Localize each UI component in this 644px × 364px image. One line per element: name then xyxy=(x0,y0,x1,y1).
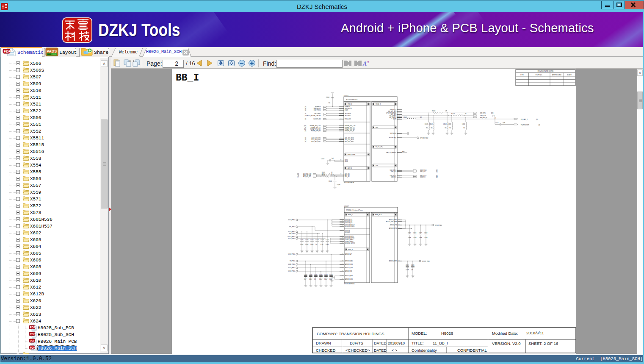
svg-text:AVDD18_MD: AVDD18_MD xyxy=(345,270,352,272)
svg-text:PSOURCE_P: PSOURCE_P xyxy=(389,137,396,139)
svg-text:VPFUSE_PMU: VPFUSE_PMU xyxy=(420,137,428,139)
svg-text:C1115: C1115 xyxy=(408,232,411,234)
svg-text:MODEL:: MODEL: xyxy=(412,331,427,336)
svg-text:P2: P2 xyxy=(398,224,400,225)
svg-text:FM_LANT_N: FM_LANT_N xyxy=(480,117,487,119)
svg-text:DJF/TS: DJF/TS xyxy=(350,341,363,345)
svg-text:TITLE:: TITLE: xyxy=(412,341,424,345)
svg-text:2018/9/11: 2018/9/11 xyxy=(526,331,544,335)
svg-text:R1106: R1106 xyxy=(451,113,455,114)
svg-text:100nF: 100nF xyxy=(424,237,428,239)
svg-text:SRCLKEN1: SRCLKEN1 xyxy=(345,115,351,117)
svg-text:PADS: PADS xyxy=(47,49,57,53)
svg-text:REF POWER: REF POWER xyxy=(348,154,356,156)
svg-text:[4]: [4] xyxy=(305,106,306,108)
svg-text:NC: NC xyxy=(426,127,428,129)
svg-text:100nF: 100nF xyxy=(310,244,314,245)
svg-text:SHEET: 2 OF 16: SHEET: 2 OF 16 xyxy=(528,341,558,346)
svg-text:Plus Test Pin: Plus Test Pin xyxy=(376,146,383,148)
svg-text:VM_PMU: VM_PMU xyxy=(290,260,295,262)
svg-text:A1: A1 xyxy=(340,107,342,108)
svg-text:A1: A1 xyxy=(340,114,342,115)
svg-text:BB_I: BB_I xyxy=(176,72,199,83)
svg-text:A: A xyxy=(362,61,367,67)
svg-text:100nF: 100nF xyxy=(309,278,312,280)
svg-text:NC: NC xyxy=(463,127,465,129)
svg-text:CONFIDENTIAL: CONFIDENTIAL xyxy=(457,348,487,353)
svg-text:1uF: 1uF xyxy=(332,158,334,159)
svg-text:VIO18_PMU: VIO18_PMU xyxy=(288,219,295,221)
svg-text:VIO18_PMU: VIO18_PMU xyxy=(288,238,295,239)
svg-text:[13]: [13] xyxy=(492,115,495,117)
svg-text:B1: B1 xyxy=(343,222,344,222)
svg-text:DATED: DATED xyxy=(374,341,387,345)
svg-text:220nF: 220nF xyxy=(305,244,309,245)
svg-text:Confidentiality: Confidentiality xyxy=(412,348,437,353)
svg-text:100nF: 100nF xyxy=(329,278,333,280)
svg-text:P2: P2 xyxy=(398,260,400,261)
svg-text:EINTX: EINTX xyxy=(345,109,348,111)
svg-text:100nF: 100nF xyxy=(324,278,328,280)
svg-text:AUX_IN0_NTC: AUX_IN0_NTC xyxy=(303,176,311,178)
svg-text:[3,6]: [3,6] xyxy=(304,128,306,130)
svg-text:B1: B1 xyxy=(343,242,344,243)
svg-text:[4]: [4] xyxy=(305,118,306,120)
svg-text:A9: A9 xyxy=(398,116,400,117)
svg-text:EINT_PROC: EINT_PROC xyxy=(314,109,321,111)
svg-text:VRCN_IF: VRCN_IF xyxy=(376,103,381,105)
svg-text:1uF: 1uF xyxy=(314,278,316,280)
svg-text:TESTMODE: TESTMODE xyxy=(390,133,396,134)
svg-text:B1: B1 xyxy=(343,267,344,267)
svg-text:PAD_TP_MERFUL: PAD_TP_MERFUL xyxy=(386,152,396,153)
svg-text:C1102: C1102 xyxy=(321,158,324,160)
svg-text:DVDD28: DVDD28 xyxy=(345,231,350,233)
svg-text:A1: A1 xyxy=(340,109,342,110)
svg-text:C1119: C1119 xyxy=(406,264,409,266)
svg-text:AVDD18_WBT_PRE: AVDD18_WBT_PRE xyxy=(386,221,397,222)
svg-text:0R: 0R xyxy=(445,110,447,112)
svg-text:P2: P2 xyxy=(398,227,400,228)
svg-text:B1: B1 xyxy=(343,231,344,231)
svg-text:B1: B1 xyxy=(343,237,344,238)
svg-text:[4]: [4] xyxy=(305,139,306,141)
svg-text:DVDD18_MSDC1: DVDD18_MSDC1 xyxy=(345,225,355,227)
svg-text:APPROVED: APPROVED xyxy=(552,74,561,76)
svg-text:[4]: [4] xyxy=(305,141,306,142)
svg-text:B1: B1 xyxy=(343,263,344,264)
svg-text:H8026: H8026 xyxy=(441,331,453,336)
svg-text:NC: NC xyxy=(445,127,446,129)
svg-text:NC: NC xyxy=(449,127,451,129)
svg-text:VUSB_PMU: VUSB_PMU xyxy=(288,264,295,265)
svg-text:SIM2_SIO: SIM2_SIO xyxy=(391,176,397,178)
svg-text:VERSION: V2.0: VERSION: V2.0 xyxy=(492,341,521,346)
svg-text:SIM2_SIO: SIM2_SIO xyxy=(420,176,426,178)
svg-text:100nF: 100nF xyxy=(413,237,417,239)
svg-text:AVDD33_USB: AVDD33_USB xyxy=(345,264,353,265)
svg-text:B1: B1 xyxy=(343,278,344,279)
svg-text:C1135: C1135 xyxy=(300,239,304,241)
svg-text:WB_WTN: WB_WTN xyxy=(480,112,485,114)
svg-text:A1: A1 xyxy=(340,140,342,141)
svg-text:11_BB_I: 11_BB_I xyxy=(433,341,448,345)
svg-text:GPS_WTN: GPS_WTN xyxy=(480,115,486,117)
svg-text:VCXL8_PMU: VCXL8_PMU xyxy=(435,225,442,226)
svg-text:<CHECKED>: <CHECKED> xyxy=(345,348,370,353)
svg-text:AVDD18_GPS: AVDD18_GPS xyxy=(389,228,397,229)
svg-text:AVDD33_USB: AVDD33_USB xyxy=(345,278,353,280)
svg-text:20180910: 20180910 xyxy=(388,341,405,345)
svg-text:[4,6]: [4,6] xyxy=(304,125,306,127)
svg-text:PDF: PDF xyxy=(30,339,36,342)
svg-text:NC: NC xyxy=(431,127,432,129)
svg-text:4.7uF: 4.7uF xyxy=(321,244,323,245)
svg-text:L1: L1 xyxy=(340,174,342,175)
svg-text:B1: B1 xyxy=(343,225,344,226)
svg-text:1uF: 1uF xyxy=(315,244,318,245)
svg-text:PERI_A: PERI_A xyxy=(348,249,353,250)
svg-text:DRAWN: DRAWN xyxy=(316,341,331,345)
svg-text:[4]: [4] xyxy=(305,127,306,128)
svg-text:AUX IN: AUX IN xyxy=(348,167,352,169)
svg-text:VDA_PMU: VDA_PMU xyxy=(289,233,295,234)
svg-text:AUD_DAT_MISO: AUD_DAT_MISO xyxy=(311,141,321,142)
svg-text:A9: A9 xyxy=(398,132,400,133)
svg-text:C6: C6 xyxy=(340,160,341,161)
